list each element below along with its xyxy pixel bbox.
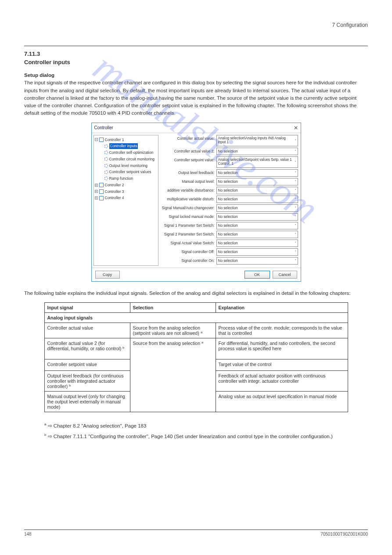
label-ctrl-off: Signal controller Off: — [161, 248, 216, 254]
select-setpoint[interactable]: Analog selection\Setpoint values Setp. v… — [216, 156, 298, 168]
select-additive-disturb[interactable]: No selection˅ — [216, 187, 298, 194]
tree-controller-4[interactable]: Controller 4 — [105, 195, 124, 201]
chevron-down-icon: ˅ — [295, 139, 296, 143]
controller-icon — [99, 189, 104, 194]
label-manual-auto: Signal Manual/Auto changeover: — [161, 204, 216, 210]
th-explanation: Explanation — [216, 302, 348, 312]
input-signals-table: Input signal Selection Explanation Analo… — [44, 302, 348, 412]
header-rule — [24, 46, 368, 46]
tree-self-optimization[interactable]: Controller self-optimization — [109, 150, 154, 156]
th-selection: Selection — [130, 302, 216, 312]
select-locked-manual[interactable]: No selection˅ — [216, 213, 298, 221]
controller-icon — [99, 138, 104, 142]
select-manual-auto[interactable]: No selection˅ — [216, 204, 298, 212]
controller-dialog: Controller ✕ −Controller 1 Controller in… — [91, 123, 301, 282]
cell-r5c1: Manual output level (only for changing t… — [44, 391, 130, 412]
chevron-down-icon: ˅ — [295, 250, 296, 254]
cell-r1c1: Controller actual value — [44, 323, 130, 338]
chevron-down-icon: ˅ — [295, 215, 296, 219]
select-mult-disturb[interactable]: No selection˅ — [216, 196, 298, 203]
footer-page-number: 148 — [24, 532, 32, 537]
dialog-titlebar: Controller ✕ — [92, 123, 301, 133]
chevron-down-icon: ˅ — [295, 241, 296, 245]
controller-form: Controller actual value:Analog selection… — [160, 133, 301, 268]
intro-paragraph-1: Setup dialog The input signals of the re… — [24, 72, 368, 117]
page-footer: 148 70501000T90Z001K000 — [24, 530, 368, 537]
node-icon — [104, 151, 108, 154]
subhead-analog: Analog input signals — [44, 312, 348, 323]
select-ctrl-on[interactable]: No selection˅ — [216, 257, 298, 265]
tree-ramp-function[interactable]: Ramp function — [109, 176, 133, 181]
cell-r2c3: For differential, humidity, and ratio co… — [216, 338, 348, 359]
cell-r1c3: Process value of the contr. module; corr… — [216, 323, 348, 338]
label-actual-value: Controller actual value: — [161, 135, 216, 141]
select-manual-output[interactable]: No selection˅ — [216, 178, 298, 185]
chevron-down-icon: ˅ — [295, 171, 296, 175]
chevron-down-icon: ˅ — [295, 149, 296, 153]
label-manual-output: Manual output level: — [161, 178, 216, 184]
chevron-down-icon: ˅ — [295, 197, 296, 201]
tree-controller-1[interactable]: Controller 1 — [105, 137, 124, 143]
tree-setpoint-values[interactable]: Controller setpoint values — [109, 169, 151, 175]
select-param1[interactable]: No selection˅ — [216, 222, 298, 229]
controller-icon — [99, 196, 104, 200]
copy-button[interactable]: Copy — [95, 271, 120, 279]
node-icon — [104, 145, 108, 148]
label-param1: Signal 1 Parameter Set Switch: — [161, 222, 216, 228]
cell-r2c1: Controller actual value 2 (for different… — [44, 338, 130, 359]
label-param2: Signal 2 Parameter Set Switch: — [161, 231, 216, 236]
footer-doc-id: 70501000T90Z001K000 — [320, 532, 368, 537]
label-mult-disturb: multiplicative variable disturb: — [161, 196, 216, 201]
label-additive-disturb: additive variable disturbance: — [161, 187, 216, 192]
section-number: 7.11.3 — [24, 51, 368, 57]
expand-icon[interactable]: + — [95, 190, 98, 193]
select-actual-value-2[interactable]: No selection˅ — [216, 148, 298, 155]
node-icon — [104, 170, 108, 174]
label-setpoint: Controller setpoint value: — [161, 156, 216, 162]
expand-icon[interactable]: + — [95, 196, 98, 200]
chevron-down-icon: ˅ — [295, 160, 296, 164]
chevron-down-icon: ˅ — [295, 259, 296, 263]
section-title: Controller inputs — [24, 59, 368, 65]
node-icon — [104, 177, 108, 180]
tree-circuit-monitoring[interactable]: Controller circuit monitoring — [109, 156, 155, 162]
cell-r4c1: Output level feedback (for continuous co… — [44, 370, 130, 391]
select-actual-switch[interactable]: No selection˅ — [216, 239, 298, 247]
cell-r4c3: Feedback of actual actuator position wit… — [216, 370, 348, 391]
select-output-feedback[interactable]: No selection˅ — [216, 169, 298, 177]
cell-r2c2: Source from the analog selection ᵃ — [130, 338, 216, 412]
page-header-label: 7 Configuration — [24, 22, 368, 28]
controller-tree[interactable]: −Controller 1 Controller inputs Controll… — [94, 135, 158, 266]
cell-r3c1: Controller setpoint value — [44, 359, 130, 370]
collapse-icon[interactable]: − — [95, 138, 98, 141]
ok-button[interactable]: OK — [245, 271, 270, 279]
cell-r3c3: Target value of the control — [216, 359, 348, 370]
node-icon — [104, 157, 108, 161]
tree-output-level-monitoring[interactable]: Output level monitoring — [109, 163, 147, 169]
cell-r5c3: Analog value as output level specificati… — [216, 391, 348, 412]
cell-r1c2: Source from the analog selection (setpoi… — [130, 323, 216, 338]
chevron-down-icon: ˅ — [295, 180, 296, 184]
node-icon — [104, 164, 108, 167]
intro-paragraph-2: The following table explains the individ… — [24, 290, 368, 297]
th-input-signal: Input signal — [44, 302, 130, 312]
close-icon[interactable]: ✕ — [294, 125, 298, 131]
label-locked-manual: Signal locked manual mode: — [161, 213, 216, 219]
chevron-down-icon: ˅ — [295, 224, 296, 228]
expand-icon[interactable]: + — [95, 184, 98, 187]
select-actual-value[interactable]: Analog selection\Analog inputs IN8 Analo… — [216, 135, 298, 146]
select-ctrl-off[interactable]: No selection˅ — [216, 248, 298, 256]
label-ctrl-on: Signal controller On: — [161, 257, 216, 263]
cancel-button[interactable]: Cancel — [273, 271, 297, 279]
label-output-feedback: Output level feedback: — [161, 169, 216, 175]
chevron-down-icon: ˅ — [295, 189, 296, 192]
dialog-footer: Copy OK Cancel — [92, 268, 301, 281]
label-actual-switch: Signal Actual Value Switch: — [161, 239, 216, 245]
tree-controller-3[interactable]: Controller 3 — [105, 189, 124, 195]
footnote-b: b ⇨ Chapter 7.11.1 "Configuring the cont… — [44, 432, 348, 440]
dialog-title: Controller — [94, 125, 113, 130]
footnote-a: a ⇨ Chapter 8.2 "Analog selection", Page… — [44, 422, 348, 430]
tree-controller-2[interactable]: Controller 2 — [105, 182, 124, 188]
tree-controller-inputs[interactable]: Controller inputs — [109, 143, 138, 149]
select-param2[interactable]: No selection˅ — [216, 231, 298, 238]
